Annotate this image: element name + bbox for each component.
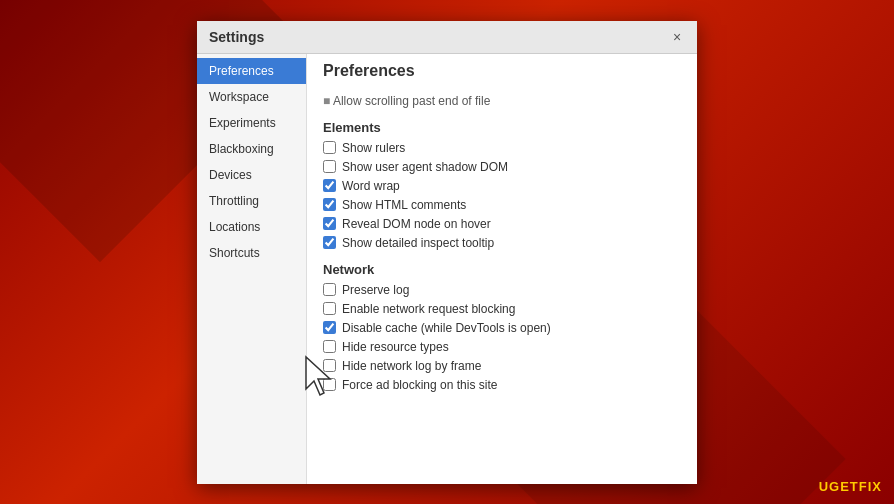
- show-shadow-label[interactable]: Show user agent shadow DOM: [342, 160, 508, 174]
- allow-scrolling-icon: ■: [323, 94, 330, 108]
- disable-cache-checkbox[interactable]: [323, 321, 336, 334]
- hide-resource-types-checkbox[interactable]: [323, 340, 336, 353]
- reveal-dom-label[interactable]: Reveal DOM node on hover: [342, 217, 491, 231]
- show-html-comments-label[interactable]: Show HTML comments: [342, 198, 466, 212]
- preserve-log-label[interactable]: Preserve log: [342, 283, 409, 297]
- show-inspect-tooltip-item: Show detailed inspect tooltip: [323, 236, 681, 250]
- sidebar: Preferences Workspace Experiments Blackb…: [197, 54, 307, 484]
- show-rulers-label[interactable]: Show rulers: [342, 141, 405, 155]
- enable-network-blocking-item: Enable network request blocking: [323, 302, 681, 316]
- hide-network-log-label[interactable]: Hide network log by frame: [342, 359, 481, 373]
- sidebar-item-throttling[interactable]: Throttling: [197, 188, 306, 214]
- scrolled-setting: ■ Allow scrolling past end of file: [323, 94, 681, 108]
- force-ad-blocking-checkbox[interactable]: [323, 378, 336, 391]
- dialog-header: Settings ×: [197, 21, 697, 54]
- preserve-log-checkbox[interactable]: [323, 283, 336, 296]
- sidebar-item-blackboxing[interactable]: Blackboxing: [197, 136, 306, 162]
- force-ad-blocking-label[interactable]: Force ad blocking on this site: [342, 378, 497, 392]
- show-rulers-item: Show rulers: [323, 141, 681, 155]
- close-button[interactable]: ×: [669, 29, 685, 45]
- show-shadow-dom-item: Show user agent shadow DOM: [323, 160, 681, 174]
- show-inspect-tooltip-checkbox[interactable]: [323, 236, 336, 249]
- show-html-comments-checkbox[interactable]: [323, 198, 336, 211]
- content-title: Preferences: [323, 62, 681, 84]
- dialog-body: Preferences Workspace Experiments Blackb…: [197, 54, 697, 484]
- content-area: Preferences ■ Allow scrolling past end o…: [307, 54, 697, 484]
- show-shadow-checkbox[interactable]: [323, 160, 336, 173]
- word-wrap-item: Word wrap: [323, 179, 681, 193]
- word-wrap-checkbox[interactable]: [323, 179, 336, 192]
- network-section-title: Network: [323, 262, 681, 277]
- hide-resource-types-item: Hide resource types: [323, 340, 681, 354]
- word-wrap-label[interactable]: Word wrap: [342, 179, 400, 193]
- disable-cache-label[interactable]: Disable cache (while DevTools is open): [342, 321, 551, 335]
- show-inspect-tooltip-label[interactable]: Show detailed inspect tooltip: [342, 236, 494, 250]
- enable-network-blocking-label[interactable]: Enable network request blocking: [342, 302, 515, 316]
- settings-dialog: Settings × Preferences Workspace Experim…: [197, 21, 697, 484]
- watermark: UGETFIX: [819, 479, 882, 494]
- sidebar-item-devices[interactable]: Devices: [197, 162, 306, 188]
- watermark-highlight: ET: [840, 479, 859, 494]
- hide-network-log-checkbox[interactable]: [323, 359, 336, 372]
- show-rulers-checkbox[interactable]: [323, 141, 336, 154]
- preserve-log-item: Preserve log: [323, 283, 681, 297]
- disable-cache-item: Disable cache (while DevTools is open): [323, 321, 681, 335]
- dialog-title: Settings: [209, 29, 264, 45]
- reveal-dom-checkbox[interactable]: [323, 217, 336, 230]
- watermark-prefix: UG: [819, 479, 841, 494]
- reveal-dom-item: Reveal DOM node on hover: [323, 217, 681, 231]
- watermark-suffix: FIX: [859, 479, 882, 494]
- sidebar-item-shortcuts[interactable]: Shortcuts: [197, 240, 306, 266]
- force-ad-blocking-item: Force ad blocking on this site: [323, 378, 681, 392]
- hide-network-log-item: Hide network log by frame: [323, 359, 681, 373]
- sidebar-item-workspace[interactable]: Workspace: [197, 84, 306, 110]
- enable-network-blocking-checkbox[interactable]: [323, 302, 336, 315]
- sidebar-item-preferences[interactable]: Preferences: [197, 58, 306, 84]
- sidebar-item-locations[interactable]: Locations: [197, 214, 306, 240]
- sidebar-item-experiments[interactable]: Experiments: [197, 110, 306, 136]
- hide-resource-types-label[interactable]: Hide resource types: [342, 340, 449, 354]
- elements-section-title: Elements: [323, 120, 681, 135]
- show-html-comments-item: Show HTML comments: [323, 198, 681, 212]
